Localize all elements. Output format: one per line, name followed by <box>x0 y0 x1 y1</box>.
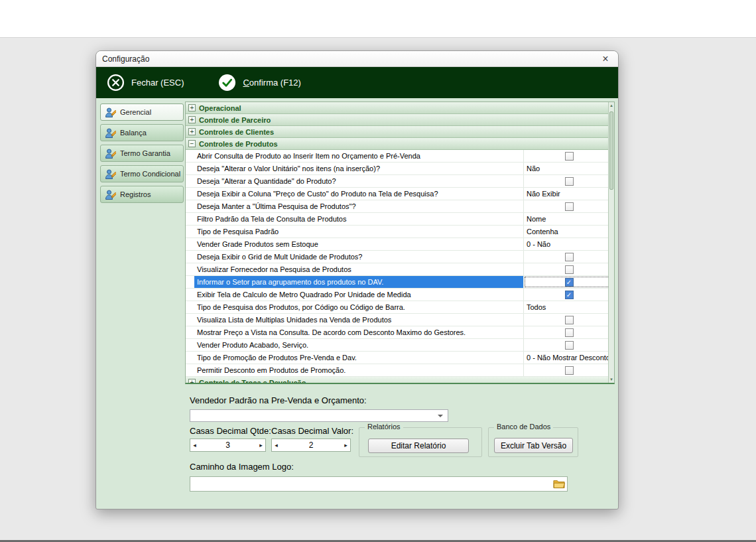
spinner-left-icon[interactable]: ◂ <box>190 442 199 448</box>
setting-checkbox[interactable] <box>565 328 574 337</box>
spinner-right-icon[interactable]: ▸ <box>342 442 350 448</box>
settings-group-controle-de-parceiro[interactable]: +Controle de Parceiro <box>186 114 614 126</box>
setting-checkbox[interactable] <box>565 265 574 274</box>
editar-relatorio-button[interactable]: Editar Relatório <box>368 439 469 453</box>
sidebar-tab-termo-condicional[interactable]: Termo Condicional <box>100 165 184 182</box>
setting-value: Não <box>527 165 540 172</box>
casas-decimal-valor-value[interactable]: 2 <box>281 440 342 450</box>
casas-decimal-qtde-value[interactable]: 3 <box>199 440 257 450</box>
setting-row[interactable]: Deseja Exibir o Grid de Mult Unidade de … <box>186 251 614 263</box>
casas-decimal-valor-stepper[interactable]: ◂ 2 ▸ <box>271 439 351 452</box>
setting-value-cell <box>524 339 614 351</box>
sidebar-tabs: Gerencial Balança Termo Garantia Termo C… <box>100 103 184 206</box>
setting-value: Todos <box>527 303 546 311</box>
setting-row[interactable]: Filtro Padrão da Tela de Consulta de Pro… <box>186 213 614 226</box>
setting-row[interactable]: Permitir Desconto em Produtos de Promoçã… <box>186 364 614 377</box>
setting-checkbox[interactable] <box>565 177 574 186</box>
settings-group-operacional[interactable]: +Operacional <box>186 102 614 114</box>
sidebar-tab-label: Gerencial <box>120 108 151 116</box>
setting-row[interactable]: Visualiza Lista de Multiplas Unidades na… <box>186 314 614 326</box>
sidebar-tab-label: Termo Condicional <box>120 170 180 178</box>
cancel-circle-icon <box>107 74 125 92</box>
scrollbar-thumb[interactable] <box>609 111 613 190</box>
setting-row[interactable]: Deseja "Alterar a Quantidade" do Produto… <box>186 175 614 188</box>
group-label: Controle de Parceiro <box>199 116 271 124</box>
open-folder-icon[interactable] <box>553 479 565 489</box>
excluir-tab-versao-button[interactable]: Excluir Tab Versão <box>494 438 573 453</box>
casas-decimal-qtde-stepper[interactable]: ◂ 3 ▸ <box>190 439 266 452</box>
configuracao-dialog: Configuração × Fechar (ESC) Confirma (F1… <box>95 50 619 509</box>
setting-row[interactable]: Deseja Exibir a Coluna "Preço de Custo" … <box>186 188 614 200</box>
group-label: Controles de Clientes <box>199 128 274 136</box>
setting-value-cell <box>524 314 614 326</box>
fechar-button[interactable]: Fechar (ESC) <box>107 74 184 92</box>
setting-checkbox[interactable] <box>565 316 574 324</box>
setting-value: 0 - Não Mostrar Desconto <box>527 354 610 362</box>
sidebar-tab-balanca[interactable]: Balança <box>100 124 184 141</box>
row-indent <box>186 339 194 351</box>
close-icon[interactable]: × <box>599 54 612 64</box>
caminho-imagem-logo-input[interactable] <box>192 478 550 490</box>
confirma-button[interactable]: Confirma (F12) <box>218 74 300 92</box>
row-indent <box>186 175 194 187</box>
row-indent <box>186 314 194 326</box>
setting-row[interactable]: Exibir Tela de Calculo de Metro Quadrado… <box>186 289 614 301</box>
setting-checkbox[interactable] <box>565 152 574 161</box>
setting-row[interactable]: Vender Produto Acabado, Serviço. <box>186 339 614 352</box>
setting-row[interactable]: Deseja "Alterar o Valor Unitário" nos it… <box>186 163 614 175</box>
row-indent <box>186 163 194 174</box>
setting-checkbox[interactable] <box>565 202 574 211</box>
setting-row[interactable]: Tipo de Pesquisa dos Produtos, por Códig… <box>186 301 614 314</box>
sidebar-tab-label: Registros <box>120 190 151 198</box>
setting-checkbox[interactable]: ✓ <box>565 291 574 299</box>
setting-row[interactable]: Deseja Manter a "Última Pesquisa de Prod… <box>186 200 614 213</box>
settings-group-controle-de-troca-e-devolucao[interactable]: +Controle de Troca e Devolução <box>186 377 614 384</box>
setting-value: 0 - Não <box>527 240 550 248</box>
setting-label: Tipo de Pesquisa dos Produtos, por Códig… <box>194 301 524 313</box>
vendedor-padrao-select[interactable] <box>190 409 448 422</box>
setting-value-cell <box>524 263 614 275</box>
sidebar-tab-registros[interactable]: Registros <box>100 186 184 203</box>
caminho-imagem-logo-field <box>190 476 568 492</box>
setting-row[interactable]: Visualizar Fornecedor na Pesquisa de Pro… <box>186 263 614 276</box>
setting-checkbox[interactable]: ✓ <box>565 278 574 287</box>
setting-value-cell: Contenha <box>524 226 614 237</box>
setting-label: Deseja Exibir a Coluna "Preço de Custo" … <box>194 188 524 200</box>
setting-checkbox[interactable] <box>565 253 574 261</box>
scroll-up-icon[interactable]: ▲ <box>609 102 614 109</box>
sidebar-tab-gerencial[interactable]: Gerencial <box>100 103 184 121</box>
spinner-right-icon[interactable]: ▸ <box>257 442 265 448</box>
settings-group-controles-de-clientes[interactable]: +Controles de Clientes <box>186 126 614 138</box>
setting-value-cell: ✓ <box>524 276 614 288</box>
scroll-down-icon[interactable]: ▼ <box>609 376 614 383</box>
spinner-left-icon[interactable]: ◂ <box>272 442 281 448</box>
row-indent <box>186 263 194 275</box>
setting-row[interactable]: Mostrar Preço a Vista na Consulta. De ac… <box>186 326 614 339</box>
group-label: Controle de Troca e Devolução <box>199 379 306 385</box>
expand-icon[interactable]: + <box>188 128 196 135</box>
caminho-imagem-logo-label: Caminho da Imagem Logo: <box>190 462 294 472</box>
setting-checkbox[interactable] <box>565 341 574 350</box>
sidebar-tab-termo-garantia[interactable]: Termo Garantia <box>100 145 184 162</box>
vertical-scrollbar[interactable]: ▲ ▼ <box>608 102 614 383</box>
row-indent <box>186 352 194 364</box>
expand-icon[interactable]: + <box>188 104 196 111</box>
expand-icon[interactable]: + <box>188 379 196 384</box>
setting-value: Nome <box>527 215 546 223</box>
collapse-icon[interactable]: − <box>188 140 196 147</box>
settings-grid: +Operacional+Controle de Parceiro+Contro… <box>186 102 614 384</box>
setting-checkbox[interactable] <box>565 366 574 375</box>
setting-label: Tipo de Pesquisa Padrão <box>194 226 524 237</box>
setting-row[interactable]: Informar o Setor para agrupamento dos pr… <box>186 276 614 289</box>
settings-group-controles-de-produtos[interactable]: −Controles de Produtos <box>186 138 614 150</box>
setting-label: Deseja Manter a "Última Pesquisa de Prod… <box>194 200 524 212</box>
relatorios-groupbox: Relatórios Editar Relatório <box>359 427 482 457</box>
setting-row[interactable]: Abrir Consulta de Produto ao Inserir Ite… <box>186 150 614 163</box>
expand-icon[interactable]: + <box>188 116 196 123</box>
dialog-titlebar[interactable]: Configuração × <box>96 51 618 67</box>
setting-row[interactable]: Tipo de Pesquisa PadrãoContenha <box>186 226 614 238</box>
setting-row[interactable]: Vender Grade Produtos sem Estoque0 - Não <box>186 238 614 251</box>
setting-row[interactable]: Tipo de Promoção de Produtos Pre-Venda e… <box>186 352 614 364</box>
user-pencil-icon <box>105 189 116 200</box>
setting-label: Deseja "Alterar a Quantidade" do Produto… <box>194 175 524 187</box>
